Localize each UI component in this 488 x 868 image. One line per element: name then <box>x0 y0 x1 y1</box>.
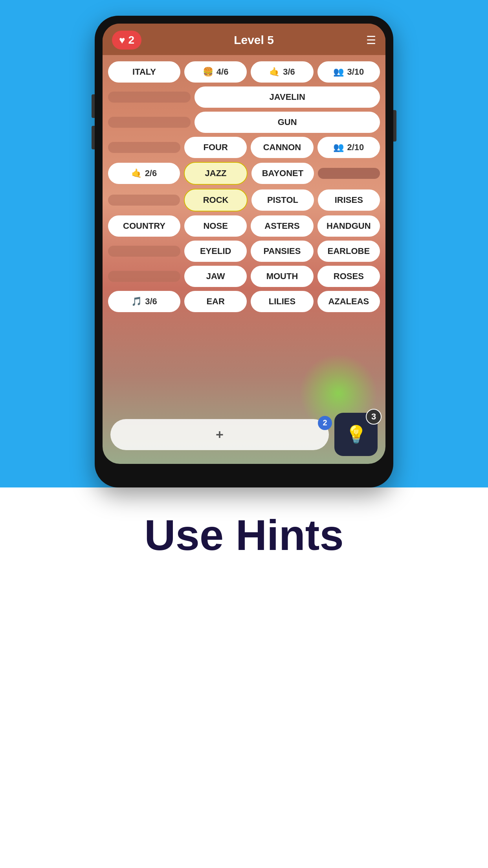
progress-burger-text: 4/6 <box>216 67 229 77</box>
grid-row-3: FOUR CANNON 👥 2/10 <box>108 137 380 158</box>
word-eyelid[interactable]: EYELID <box>184 241 247 262</box>
word-pistol[interactable]: PISTOL <box>251 189 314 211</box>
level-title: Level 5 <box>234 33 274 47</box>
heart-icon: ♥ <box>119 34 125 46</box>
progress-music-text: 3/6 <box>145 296 157 307</box>
use-hints-heading: Use Hints <box>31 511 457 559</box>
word-nose[interactable]: NOSE <box>184 215 247 237</box>
power-button <box>393 110 396 142</box>
grid-row-6: COUNTRY NOSE ASTERS HANDGUN <box>108 215 380 237</box>
lightbulb-icon: 💡 <box>345 424 367 445</box>
menu-icon[interactable]: ☰ <box>366 34 376 47</box>
progress-people-1-text: 3/10 <box>347 67 364 77</box>
grid-row-2: GUN <box>108 112 380 133</box>
burger-icon: 🍔 <box>203 67 213 77</box>
people-icon-2: 👥 <box>333 142 344 153</box>
muted-cell-5a <box>108 195 180 206</box>
progress-hand[interactable]: 🤙 3/6 <box>251 61 313 83</box>
word-rock[interactable]: ROCK <box>184 189 248 211</box>
word-irises[interactable]: IRISES <box>318 189 380 211</box>
hand-icon-2: 🤙 <box>131 168 142 178</box>
muted-cell-7a <box>108 246 180 257</box>
grid-row-0: ITALY 🍔 4/6 🤙 3/6 👥 3/10 <box>108 61 380 83</box>
lives-badge: ♥ 2 <box>112 31 141 50</box>
word-jaw[interactable]: JAW <box>184 266 247 287</box>
grid-row-5: ROCK PISTOL IRISES <box>108 189 380 211</box>
word-country[interactable]: COUNTRY <box>108 215 180 237</box>
phone-screen: ♥ 2 Level 5 ☰ ITALY 🍔 4/6 🤙 3/6 👥 <box>103 24 385 464</box>
footer-section: Use Hints <box>0 487 488 868</box>
word-handgun[interactable]: HANDGUN <box>317 215 380 237</box>
word-four[interactable]: FOUR <box>184 137 247 158</box>
word-gun[interactable]: GUN <box>194 112 380 133</box>
muted-cell-3a <box>108 142 180 153</box>
grid-row-1: JAVELIN <box>108 86 380 108</box>
word-italy[interactable]: ITALY <box>108 61 180 83</box>
progress-people-2-text: 2/10 <box>347 142 364 153</box>
word-mouth[interactable]: MOUTH <box>251 266 313 287</box>
word-ear[interactable]: EAR <box>184 291 247 312</box>
muted-cell-1a <box>108 92 191 103</box>
people-icon-1: 👥 <box>333 67 344 77</box>
volume-down-button <box>92 126 95 149</box>
word-jazz[interactable]: JAZZ <box>184 162 248 185</box>
bottom-bar: + 2 💡 3 <box>103 407 385 464</box>
grid-row-7: EYELID PANSIES EARLOBE <box>108 241 380 262</box>
word-pansies[interactable]: PANSIES <box>251 241 313 262</box>
lives-count: 2 <box>128 34 134 46</box>
phone-frame: ♥ 2 Level 5 ☰ ITALY 🍔 4/6 🤙 3/6 👥 <box>95 16 393 487</box>
muted-cell-4d <box>318 168 380 179</box>
muted-cell-2a <box>108 117 191 128</box>
hand-icon: 🤙 <box>269 67 280 77</box>
progress-people-2[interactable]: 👥 2/10 <box>317 137 380 158</box>
word-earlobe[interactable]: EARLOBE <box>317 241 380 262</box>
add-badge: 2 <box>318 416 332 430</box>
add-label: + <box>216 427 224 442</box>
progress-hand-text: 3/6 <box>283 67 295 77</box>
word-azaleas[interactable]: AZALEAS <box>317 291 380 312</box>
grid-row-9: 🎵 3/6 EAR LILIES AZALEAS <box>108 291 380 312</box>
word-roses[interactable]: ROSES <box>317 266 380 287</box>
word-lilies[interactable]: LILIES <box>251 291 313 312</box>
game-header: ♥ 2 Level 5 ☰ <box>103 24 385 55</box>
word-asters[interactable]: ASTERS <box>251 215 313 237</box>
progress-burger[interactable]: 🍔 4/6 <box>184 61 247 83</box>
word-bayonet[interactable]: BAYONET <box>251 163 314 184</box>
progress-hand-2[interactable]: 🤙 2/6 <box>108 163 180 184</box>
music-icon: 🎵 <box>131 296 142 307</box>
muted-cell-8a <box>108 271 180 282</box>
grid-row-4: 🤙 2/6 JAZZ BAYONET <box>108 162 380 185</box>
grid-row-8: JAW MOUTH ROSES <box>108 266 380 287</box>
hint-badge: 3 <box>366 409 382 425</box>
progress-hand-2-text: 2/6 <box>145 168 157 178</box>
word-javelin[interactable]: JAVELIN <box>194 86 380 108</box>
progress-music[interactable]: 🎵 3/6 <box>108 291 180 312</box>
game-area: ITALY 🍔 4/6 🤙 3/6 👥 3/10 JAVELIN <box>103 55 385 407</box>
volume-up-button <box>92 94 95 118</box>
hint-button[interactable]: 💡 3 <box>334 413 378 456</box>
word-cannon[interactable]: CANNON <box>251 137 313 158</box>
progress-people-1[interactable]: 👥 3/10 <box>317 61 380 83</box>
add-button[interactable]: + 2 <box>110 419 329 450</box>
